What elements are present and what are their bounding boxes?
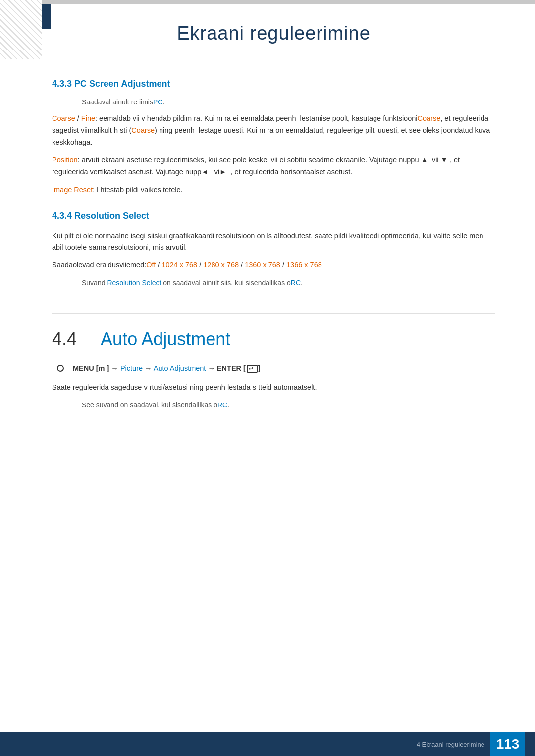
page-title: Ekraani reguleerimine	[52, 14, 495, 64]
intro-text-prefix: Saadaval ainult re iimis	[82, 98, 153, 106]
enter-label: ENTER [	[217, 364, 246, 372]
resolution-select-note: Suvand Resolution Select on saadaval ain…	[82, 277, 495, 288]
resolution-label: Saadaolevad eraldusviiemed:	[52, 261, 146, 269]
rc-highlight: RC	[291, 279, 301, 287]
menu-m-bracket: m	[99, 364, 105, 372]
section-4-3-4-heading: 4.3.4 Resolution Select	[52, 211, 495, 221]
slash-separator: /	[75, 114, 81, 122]
coarse-fine-text: : eemaldab vii v hendab pildim ra. Kui m…	[95, 114, 417, 122]
auto-adj-note: See suvand on saadaval, kui sisendallika…	[82, 400, 495, 410]
resolution-1280: 1280 x 768	[203, 261, 239, 269]
menu-close-bracket: ]	[105, 364, 109, 372]
section-4-3-3: 4.3.3 PC Screen Adjustment Saadaval ainu…	[52, 79, 495, 196]
enter-close: ]	[258, 364, 260, 372]
res-sep3: /	[239, 261, 245, 269]
res-sep4: /	[280, 261, 286, 269]
top-stripe	[0, 0, 535, 4]
note-suffix: on saadaval ainult siis, kui sisendallik…	[161, 279, 290, 287]
image-reset-paragraph: Image Reset: l htestab pildi vaikes tete…	[52, 184, 495, 196]
arrow3: →	[208, 364, 217, 372]
enter-icon	[247, 365, 258, 373]
position-paragraph: Position: arvuti ekraani asetuse regulee…	[52, 154, 495, 178]
resolution-options-line: Saadaolevad eraldusviiemed:Off / 1024 x …	[52, 259, 495, 271]
coarse-fine-paragraph: Coarse / Fine: eemaldab vii v hendab pil…	[52, 113, 495, 149]
page-container: Ekraani reguleerimine 4.3.3 PC Screen Ad…	[0, 0, 535, 756]
main-content: Ekraani reguleerimine 4.3.3 PC Screen Ad…	[0, 4, 535, 450]
section-4-4: 4.4 Auto Adjustment MENU [m ] → Picture …	[52, 313, 495, 410]
menu-keyword: MENU [	[73, 364, 99, 372]
page-number: 113	[490, 732, 525, 756]
footer-section-label: 4 Ekraani reguleerimine	[417, 741, 484, 748]
bottom-bar: 4 Ekraani reguleerimine 113	[0, 732, 535, 756]
res-sep2: /	[197, 261, 203, 269]
arrow2: →	[145, 364, 154, 372]
menu-auto-adj-link: Auto Adjustment	[154, 364, 206, 372]
menu-path-row: MENU [m ] → Picture → Auto Adjustment → …	[57, 364, 495, 373]
note-prefix: Suvand	[82, 279, 107, 287]
resolution-1366: 1366 x 768	[286, 261, 322, 269]
section-4-4-heading: 4.4 Auto Adjustment	[52, 313, 495, 350]
resolution-select-highlight: Resolution Select	[107, 279, 161, 287]
section-4-4-number: 4.4	[52, 329, 77, 349]
coarse-paren: Coarse	[131, 126, 155, 134]
section-4-3-3-heading: 4.3.3 PC Screen Adjustment	[52, 79, 495, 89]
fine-label: Fine	[81, 114, 95, 122]
coarse-inline: Coarse	[418, 114, 441, 122]
resolution-1024: 1024 x 768	[161, 261, 197, 269]
section-4-4-title: Auto Adjustment	[101, 329, 230, 349]
resolution-off: Off	[146, 261, 156, 269]
section-4-3-4: 4.3.4 Resolution Select Kui pilt ei ole …	[52, 211, 495, 289]
image-reset-label: Image Reset	[52, 186, 93, 194]
menu-picture-link: Picture	[120, 364, 143, 372]
menu-path-text: MENU [m ] → Picture → Auto Adjustment → …	[73, 364, 260, 373]
res-sep1: /	[156, 261, 161, 269]
coarse-label: Coarse	[52, 114, 75, 122]
section-4-4-space	[82, 329, 97, 349]
resolution-1360: 1360 x 768	[245, 261, 280, 269]
position-text: : arvuti ekraani asetuse reguleerimiseks…	[52, 156, 460, 176]
auto-adj-rc: RC	[217, 401, 227, 409]
auto-adj-note-suffix: .	[227, 401, 229, 409]
position-label: Position	[52, 156, 78, 164]
resolution-body1: Kui pilt ei ole normaalne isegi siiskui …	[52, 230, 495, 254]
image-reset-text: : l htestab pildi vaikes tetele.	[93, 186, 182, 194]
intro-pc-highlight: PC	[153, 98, 162, 106]
arrow1: →	[111, 364, 120, 372]
note-period: .	[301, 279, 303, 287]
intro-text-suffix: .	[162, 98, 164, 106]
menu-circle-icon	[57, 365, 64, 372]
auto-adj-body: Saate reguleerida sageduse v rtusi/asetu…	[52, 382, 495, 394]
section-4-3-3-intro: Saadaval ainult re iimisPC.	[82, 98, 495, 106]
auto-adj-note-prefix: See suvand on saadaval, kui sisendallika…	[82, 401, 217, 409]
